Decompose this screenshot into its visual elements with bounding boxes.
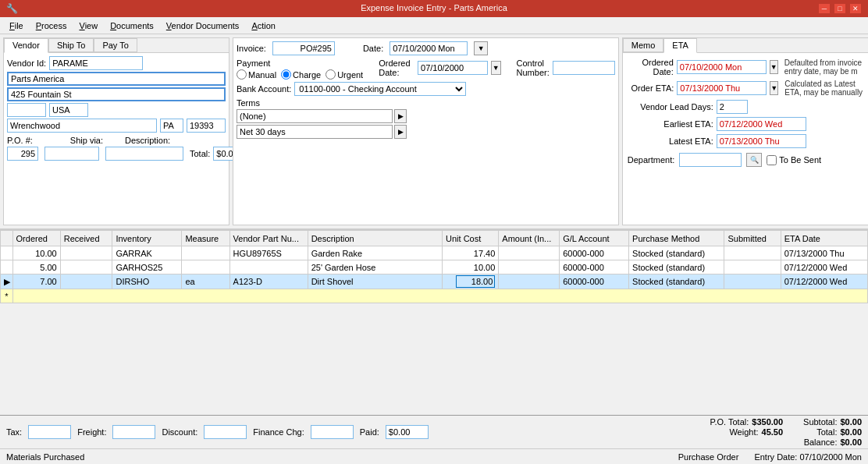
earliest-eta-input[interactable]	[717, 117, 806, 131]
menu-vendor-documents[interactable]: Vendor Documents	[160, 19, 246, 32]
table-row[interactable]: ▶ 7.00 DIRSHO ea A123-D Dirt Shovel 6000…	[1, 275, 868, 289]
ordered-date-input[interactable]	[418, 61, 488, 75]
radio-urgent-input[interactable]	[326, 69, 336, 80]
menu-action[interactable]: Action	[245, 19, 282, 32]
cell-received[interactable]	[60, 260, 112, 275]
department-search-btn[interactable]: 🔍	[746, 153, 762, 167]
cell-description[interactable]: 25' Garden Hose	[308, 260, 442, 275]
tab-pay-to[interactable]: Pay To	[94, 38, 137, 52]
col-indicator	[1, 231, 13, 246]
col-submitted: Submitted	[724, 231, 781, 246]
cell-description[interactable]: Garden Rake	[308, 246, 442, 260]
terms-arrow-btn2[interactable]: ▶	[394, 125, 407, 139]
to-be-sent-checkbox[interactable]	[767, 155, 777, 165]
cell-vendor-part[interactable]: HGU89765S	[229, 246, 308, 260]
radio-charge-input[interactable]	[281, 69, 291, 80]
cell-received[interactable]	[60, 246, 112, 260]
discount-input[interactable]	[204, 425, 247, 439]
control-number-input[interactable]	[553, 61, 615, 75]
tab-vendor[interactable]: Vendor	[4, 38, 48, 53]
paid-input[interactable]	[386, 425, 429, 439]
cell-measure[interactable]: ea	[182, 275, 229, 289]
tab-memo[interactable]: Memo	[623, 38, 664, 52]
ship-via-input[interactable]	[44, 147, 99, 161]
cell-submitted[interactable]	[724, 275, 781, 289]
menu-documents[interactable]: Documents	[104, 19, 160, 32]
description-input[interactable]	[105, 147, 183, 161]
cell-inventory[interactable]: GARRAK	[112, 246, 182, 260]
po-total-value: $350.00	[752, 417, 783, 427]
cell-unit-cost[interactable]: 10.00	[443, 260, 499, 275]
bank-account-select[interactable]: 01100-000 - Checking Account	[294, 82, 466, 96]
vendor-zip-input[interactable]	[187, 119, 226, 133]
cell-eta-date[interactable]: 07/12/2000 Wed	[781, 275, 867, 289]
payment-label: Payment	[237, 58, 363, 68]
po-number-input[interactable]	[7, 147, 38, 161]
table-row[interactable]: 10.00 GARRAK HGU89765S Garden Rake 17.40…	[1, 246, 868, 260]
cell-received[interactable]	[60, 275, 112, 289]
cell-vendor-part[interactable]: A123-D	[229, 275, 308, 289]
col-purchase-method: Purchase Method	[629, 231, 724, 246]
cell-ordered[interactable]: 10.00	[12, 246, 60, 260]
vendor-name-input[interactable]	[7, 72, 226, 86]
radio-manual[interactable]: Manual	[237, 69, 276, 80]
cell-amount[interactable]	[499, 260, 560, 275]
tab-eta[interactable]: ETA	[663, 38, 697, 53]
table-row-new[interactable]: *	[1, 289, 868, 303]
cell-unit-cost[interactable]: 17.40	[443, 246, 499, 260]
date-picker-btn[interactable]: ▼	[474, 41, 488, 55]
maximize-btn[interactable]: □	[834, 3, 846, 14]
cell-vendor-part[interactable]	[229, 260, 308, 275]
vendor-id-input[interactable]	[49, 56, 143, 70]
vendor-state-input[interactable]	[160, 119, 183, 133]
cell-gl-account[interactable]: 60000-000	[560, 246, 629, 260]
cell-amount[interactable]	[499, 246, 560, 260]
cell-ordered[interactable]: 5.00	[12, 260, 60, 275]
close-btn[interactable]: ✕	[849, 3, 862, 14]
radio-manual-input[interactable]	[237, 69, 247, 80]
cell-eta-date[interactable]: 07/12/2000 Wed	[781, 260, 867, 275]
finance-chg-input[interactable]	[311, 425, 354, 439]
vendor-country-input[interactable]	[49, 103, 88, 117]
cell-measure[interactable]	[182, 246, 229, 260]
cell-submitted[interactable]	[724, 246, 781, 260]
date-input[interactable]	[390, 41, 468, 55]
tax-input[interactable]	[28, 425, 71, 439]
cell-ordered[interactable]: 7.00	[12, 275, 60, 289]
cell-submitted[interactable]	[724, 260, 781, 275]
vendor-address1-input[interactable]	[7, 87, 226, 101]
cell-gl-account[interactable]: 60000-000	[560, 275, 629, 289]
cell-purchase-method[interactable]: Stocked (standard)	[629, 246, 724, 260]
ordered-date-eta-btn[interactable]: ▼	[770, 60, 778, 74]
vendor-city-input[interactable]	[7, 119, 157, 133]
table-row[interactable]: 5.00 GARHOS25 25' Garden Hose 10.00 6000…	[1, 260, 868, 275]
order-eta-btn[interactable]: ▼	[770, 81, 778, 95]
cell-inventory[interactable]: GARHOS25	[112, 260, 182, 275]
cell-unit-cost[interactable]	[443, 275, 499, 289]
cell-eta-date[interactable]: 07/13/2000 Thu	[781, 246, 867, 260]
menu-file[interactable]: File	[3, 19, 30, 32]
invoice-input[interactable]	[272, 41, 335, 55]
ordered-date-eta-input[interactable]	[677, 60, 767, 74]
menu-process[interactable]: Process	[30, 19, 73, 32]
cell-gl-account[interactable]: 60000-000	[560, 260, 629, 275]
ordered-date-btn[interactable]: ▼	[491, 61, 501, 75]
cell-inventory[interactable]: DIRSHO	[112, 275, 182, 289]
cell-purchase-method[interactable]: Stocked (standard)	[629, 260, 724, 275]
minimize-btn[interactable]: ─	[818, 3, 831, 14]
cell-amount[interactable]	[499, 275, 560, 289]
cell-measure[interactable]	[182, 260, 229, 275]
order-eta-input[interactable]	[677, 81, 767, 95]
menu-view[interactable]: View	[73, 19, 105, 32]
terms-arrow-btn1[interactable]: ▶	[394, 109, 407, 123]
vendor-lead-days-input[interactable]	[717, 100, 748, 114]
cell-purchase-method[interactable]: Stocked (standard)	[629, 275, 724, 289]
latest-eta-input[interactable]	[717, 134, 806, 148]
radio-urgent[interactable]: Urgent	[326, 69, 363, 80]
cell-description[interactable]: Dirt Shovel	[308, 275, 442, 289]
freight-input[interactable]	[112, 425, 155, 439]
radio-charge[interactable]: Charge	[281, 69, 321, 80]
vendor-address2-input[interactable]	[7, 103, 46, 117]
department-input[interactable]	[679, 153, 742, 167]
tab-ship-to[interactable]: Ship To	[48, 38, 94, 52]
